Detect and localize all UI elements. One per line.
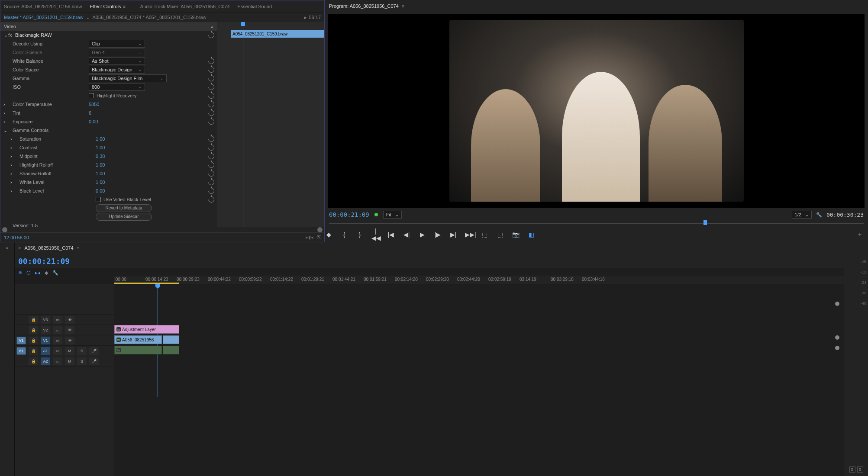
zoom-select[interactable]: Fit⌄ (383, 211, 402, 219)
zoom-handle-icon[interactable]: ▸▮◂ (306, 235, 313, 240)
twirl-icon[interactable]: ⌄ (3, 32, 8, 38)
mute-button[interactable]: M (65, 357, 74, 365)
contrast-value[interactable]: 1.00 (96, 145, 105, 150)
scrollbar-thumb[interactable] (2, 227, 7, 232)
mark-out-button[interactable]: } (356, 231, 364, 238)
color-space-select[interactable]: Blackmagic Design⌄ (89, 66, 145, 74)
toggle-output-icon[interactable]: ▭ (53, 347, 62, 355)
highlight-recovery-checkbox[interactable]: Highlight Recovery (89, 93, 136, 98)
toggle-output-icon[interactable]: ▭ (53, 337, 62, 344)
tab-source[interactable]: Source: A054_08251201_C159.braw (4, 4, 82, 9)
reset-param-button[interactable] (208, 162, 214, 168)
midpoint-value[interactable]: 0.38 (96, 154, 105, 159)
twirl-icon[interactable]: › (10, 154, 12, 159)
reset-param-button[interactable] (208, 58, 214, 64)
step-back-button[interactable]: |◀ (387, 231, 395, 238)
saturation-value[interactable]: 1.00 (96, 136, 105, 142)
lock-icon[interactable]: 🔒 (29, 326, 38, 334)
add-marker-icon[interactable]: ▸◂ (35, 270, 40, 276)
lock-icon[interactable]: 🔒 (29, 316, 38, 324)
track-label[interactable]: V2 (41, 326, 50, 334)
tab-audio-mixer[interactable]: Audio Track Mixer: A056_08251956_C074 (140, 4, 230, 9)
tab-program[interactable]: Program: A056_08251956_C074 ≡ (329, 3, 404, 9)
extract-button[interactable]: ⬚ (496, 231, 504, 238)
collapse-icon[interactable]: ▴ (211, 24, 213, 29)
twirl-icon[interactable]: › (10, 162, 12, 167)
work-area-bar[interactable] (114, 283, 179, 284)
mini-timeline-clip[interactable]: A054_08251201_C159.braw (231, 30, 324, 38)
mini-timeline-playhead[interactable] (243, 22, 243, 227)
add-marker-button[interactable]: ◆ (325, 231, 332, 238)
close-tab-icon[interactable]: × (18, 245, 21, 251)
twirl-icon[interactable]: › (10, 145, 12, 150)
wrench-icon[interactable]: 🔧 (816, 212, 822, 218)
scrollbar-thumb[interactable] (317, 227, 323, 232)
exposure-value[interactable]: 0.00 (89, 119, 98, 124)
revert-to-metadata-button[interactable]: Revert to Metadata (96, 204, 152, 212)
solo-button[interactable]: S (77, 357, 87, 365)
reset-param-button[interactable] (208, 136, 214, 142)
timeline-timecode[interactable]: 00:00:21:09 (18, 257, 70, 266)
clip-video[interactable]: fxA056_08251956 (114, 335, 162, 344)
reset-param-button[interactable] (208, 75, 214, 81)
solo-button[interactable]: S (77, 347, 87, 355)
reset-param-button[interactable] (208, 67, 214, 73)
export-frame-button[interactable]: 📷 (512, 231, 520, 238)
tab-essential-sound[interactable]: Essential Sound (238, 4, 272, 9)
reset-param-button[interactable] (208, 110, 214, 116)
timeline-canvas[interactable]: fxAdjustment Layer fxA056_08251956 fx (114, 284, 844, 476)
track-target-a2[interactable]: A2 (41, 357, 50, 365)
decode-using-select[interactable]: Clip⌄ (89, 40, 145, 48)
reset-param-button[interactable] (208, 93, 214, 99)
lock-icon[interactable]: 🔒 (29, 337, 38, 344)
reset-param-button[interactable] (208, 196, 214, 203)
clip-audio[interactable] (163, 346, 179, 354)
mute-button[interactable]: M (65, 347, 74, 355)
toggle-output-icon[interactable]: ▭ (53, 316, 62, 324)
play-button[interactable]: ▶ (418, 231, 426, 238)
track-label[interactable]: V3 (41, 316, 50, 324)
white-balance-select[interactable]: As Shot⌄ (89, 57, 145, 65)
eye-icon[interactable]: 👁 (65, 326, 74, 334)
reset-param-button[interactable] (208, 179, 214, 185)
export-icon[interactable]: ⇱ (317, 235, 321, 240)
reset-param-button[interactable] (208, 101, 214, 107)
fx-toggle-icon[interactable]: fx (8, 32, 15, 38)
panel-menu-icon[interactable]: ≡ (77, 245, 79, 251)
twirl-icon[interactable]: › (10, 171, 12, 176)
voice-over-icon[interactable]: 🎤 (89, 347, 99, 355)
twirl-icon[interactable]: › (3, 102, 5, 107)
zoom-scrollbar-end[interactable] (835, 335, 839, 340)
master-clip-label[interactable]: Master * A054_08251201_C159.braw (4, 15, 83, 20)
eye-icon[interactable]: 👁 (65, 316, 74, 324)
sequence-tab[interactable]: A056_08251956_C074 ≡ (24, 245, 79, 251)
frame-forward-button[interactable]: |▶ (434, 231, 442, 238)
twirl-icon[interactable]: › (10, 136, 12, 142)
track-target-a1[interactable]: A1 (41, 347, 50, 355)
update-sidecar-button[interactable]: Update Sidecar (96, 213, 152, 221)
button-editor-icon[interactable]: ＋ (856, 231, 864, 238)
reset-param-button[interactable] (208, 188, 214, 194)
twirl-icon[interactable]: › (10, 188, 12, 193)
solo-right-button[interactable]: S (857, 466, 863, 473)
timeline-settings-icon[interactable]: 🔧 (52, 270, 58, 276)
tab-effect-controls[interactable]: Effect Controls≡ (90, 4, 132, 9)
track-target-v1[interactable]: V1 (41, 337, 50, 344)
chevron-down-icon[interactable]: ⌄ (86, 15, 90, 20)
clip-audio[interactable]: fx (114, 346, 162, 354)
frame-back-button[interactable]: ◀| (403, 231, 410, 238)
color-temperature-value[interactable]: 5850 (89, 102, 99, 107)
program-scrubber[interactable] (329, 220, 864, 227)
resolution-select[interactable]: 1/2⌄ (792, 211, 812, 219)
comparison-view-button[interactable]: ◧ (527, 231, 535, 238)
clip-video[interactable] (163, 335, 179, 344)
timeline-marker-icon[interactable]: ◆ (45, 270, 48, 276)
program-video-viewport[interactable] (328, 14, 865, 208)
reset-effect-button[interactable] (208, 32, 214, 38)
toggle-output-icon[interactable]: ▭ (53, 357, 62, 365)
gamma-select[interactable]: Blackmagic Design Film⌄ (89, 74, 167, 82)
twirl-icon[interactable]: ⌄ (3, 128, 7, 133)
effect-controls-timecode[interactable]: 12:00:58:00 (4, 235, 29, 240)
reset-param-button[interactable] (208, 153, 214, 159)
white-level-value[interactable]: 1.00 (96, 180, 105, 185)
